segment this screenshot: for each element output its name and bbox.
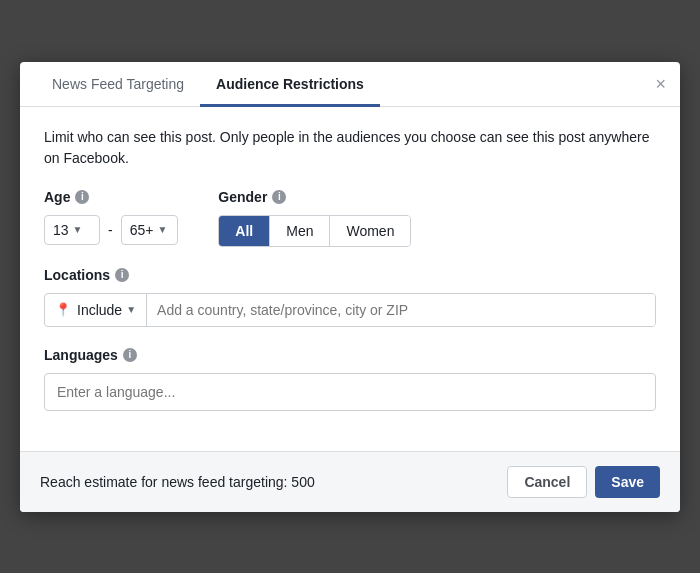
include-dropdown[interactable]: 📍 Include ▼: [45, 294, 147, 326]
modal-footer: Reach estimate for news feed targeting: …: [20, 451, 680, 512]
gender-btn-men[interactable]: Men: [270, 216, 330, 246]
age-label: Age i: [44, 189, 178, 205]
tab-news-feed[interactable]: News Feed Targeting: [36, 62, 200, 107]
cancel-button[interactable]: Cancel: [507, 466, 587, 498]
location-input[interactable]: [147, 294, 655, 326]
age-min-chevron: ▼: [73, 224, 83, 235]
save-button[interactable]: Save: [595, 466, 660, 498]
gender-info-icon[interactable]: i: [272, 190, 286, 204]
include-chevron: ▼: [126, 304, 136, 315]
locations-label: Locations i: [44, 267, 656, 283]
gender-section: Gender i All Men Women: [218, 189, 411, 247]
age-max-select[interactable]: 65+ ▼: [121, 215, 179, 245]
close-button[interactable]: ×: [655, 75, 666, 93]
reach-estimate-text: Reach estimate for news feed targeting: …: [40, 474, 315, 490]
gender-btn-women[interactable]: Women: [330, 216, 410, 246]
modal-body: Limit who can see this post. Only people…: [20, 107, 680, 451]
age-section: Age i 13 ▼ - 65+ ▼: [44, 189, 178, 245]
gender-buttons: All Men Women: [218, 215, 411, 247]
languages-info-icon[interactable]: i: [123, 348, 137, 362]
locations-info-icon[interactable]: i: [115, 268, 129, 282]
gender-btn-all[interactable]: All: [219, 216, 270, 246]
tab-audience-restrictions[interactable]: Audience Restrictions: [200, 62, 380, 107]
modal: News Feed Targeting Audience Restriction…: [20, 62, 680, 512]
description-text: Limit who can see this post. Only people…: [44, 127, 656, 169]
languages-label: Languages i: [44, 347, 656, 363]
age-separator: -: [108, 222, 113, 238]
language-input[interactable]: [44, 373, 656, 411]
age-gender-row: Age i 13 ▼ - 65+ ▼: [44, 189, 656, 247]
age-info-icon[interactable]: i: [75, 190, 89, 204]
footer-buttons: Cancel Save: [507, 466, 660, 498]
age-min-select[interactable]: 13 ▼: [44, 215, 100, 245]
locations-section: Locations i 📍 Include ▼: [44, 267, 656, 327]
location-input-wrapper: 📍 Include ▼: [44, 293, 656, 327]
modal-header: News Feed Targeting Audience Restriction…: [20, 62, 680, 107]
pin-icon: 📍: [55, 302, 71, 317]
age-inputs: 13 ▼ - 65+ ▼: [44, 215, 178, 245]
modal-overlay: News Feed Targeting Audience Restriction…: [0, 0, 700, 573]
gender-label: Gender i: [218, 189, 411, 205]
languages-section: Languages i: [44, 347, 656, 411]
age-max-chevron: ▼: [157, 224, 167, 235]
